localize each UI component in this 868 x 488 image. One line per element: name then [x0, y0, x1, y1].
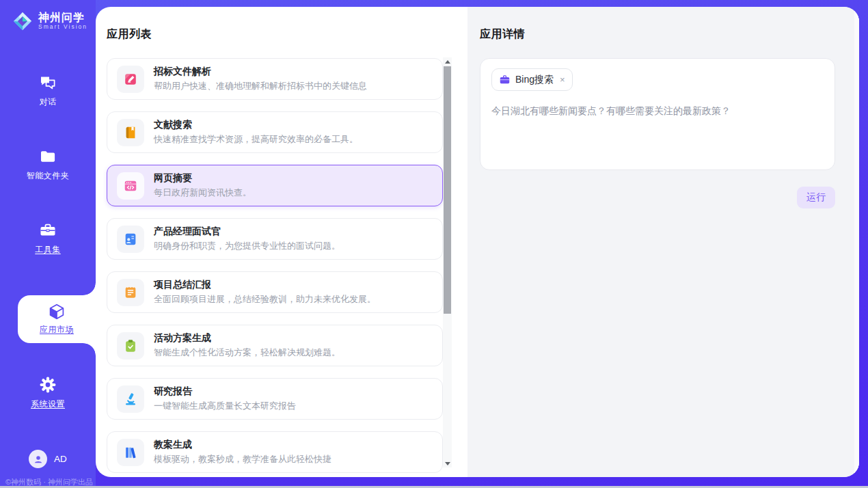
app-description: 帮助用户快速、准确地理解和解析招标书中的关键信息	[154, 80, 367, 92]
sidebar-item[interactable]: 对话	[0, 74, 96, 108]
app-title: 招标文件解析	[154, 66, 367, 78]
list-scrollbar[interactable]	[443, 57, 452, 467]
sidebar-item-label: 智能文件夹	[27, 170, 70, 182]
diamond-logo-icon	[12, 11, 33, 31]
app-title: 文献搜索	[154, 119, 358, 131]
app-description: 模板驱动，教案秒成，教学准备从此轻松快捷	[154, 453, 331, 465]
sidebar-item[interactable]: 智能文件夹	[0, 148, 96, 182]
app-list-item[interactable]: 产品经理面试官 明确身份和职责，为您提供专业性的面试问题。	[107, 218, 443, 260]
brand-text: 神州问学 Smart Vision	[38, 12, 87, 31]
app-list-pane: 应用列表 招标文件解析 帮助用户快速、准确地理解和解析招标书中的关键信息 文献搜…	[96, 7, 467, 477]
toolbox-icon	[39, 221, 57, 239]
app-item-texts: 文献搜索 快速精准查找学术资源，提高研究效率的必备工具。	[154, 119, 358, 146]
edit-document-icon	[117, 66, 144, 93]
cube-icon	[48, 303, 66, 321]
prompt-text[interactable]: 今日湖北有哪些新闻要点？有哪些需要关注的最新政策？	[491, 105, 824, 118]
person-icon	[29, 450, 47, 468]
sidebar-item[interactable]: 应用市场	[18, 295, 96, 343]
composer-toolbar	[491, 149, 824, 161]
scroll-down-arrow[interactable]	[443, 459, 452, 467]
microscope-icon	[117, 385, 144, 413]
clipboard-check-icon	[117, 332, 144, 360]
run-row: 运行	[480, 187, 835, 208]
brand: 神州问学 Smart Vision	[0, 0, 96, 31]
app-detail-pane: 应用详情 Bing搜索 × 今日湖北有哪些新闻要点？有哪些需要关注的最新政策？ …	[467, 7, 859, 477]
app-list-item[interactable]: 文献搜索 快速精准查找学术资源，提高研究效率的必备工具。	[107, 111, 443, 153]
app-list-item[interactable]: 项目总结汇报 全面回顾项目进展，总结经验教训，助力未来优化发展。	[107, 271, 443, 313]
brand-name: 神州问学	[38, 12, 87, 24]
tool-chip-label: Bing搜索	[515, 74, 554, 86]
app-detail-title: 应用详情	[480, 27, 835, 42]
app-title: 项目总结汇报	[154, 279, 376, 291]
app-list-title: 应用列表	[107, 27, 467, 42]
sidebar-item-label: 对话	[40, 96, 57, 108]
app-list: 招标文件解析 帮助用户快速、准确地理解和解析招标书中的关键信息 文献搜索 快速精…	[107, 58, 443, 473]
app-item-texts: 产品经理面试官 明确身份和职责，为您提供专业性的面试问题。	[154, 226, 340, 252]
app-list-item[interactable]: 活动方案生成 智能生成个性化活动方案，轻松解决规划难题。	[107, 325, 443, 366]
folder-icon	[39, 148, 57, 165]
interviewer-icon	[117, 226, 144, 253]
user-profile[interactable]: AD	[0, 450, 96, 468]
run-button[interactable]: 运行	[797, 187, 835, 208]
sidebar-nav: 对话 智能文件夹 工具集 应用市场 系统设置	[0, 74, 96, 450]
app-item-texts: 项目总结汇报 全面回顾项目进展，总结经验教训，助力未来优化发展。	[154, 279, 376, 306]
user-name: AD	[54, 454, 67, 464]
sidebar-item[interactable]: 系统设置	[0, 376, 96, 410]
gear-icon	[39, 376, 57, 394]
sidebar-item[interactable]: 工具集	[0, 221, 96, 256]
app-item-texts: 网页摘要 每日政府新闻资讯快查。	[154, 172, 252, 199]
app-description: 快速精准查找学术资源，提高研究效率的必备工具。	[154, 133, 358, 146]
prompt-card: Bing搜索 × 今日湖北有哪些新闻要点？有哪些需要关注的最新政策？	[480, 58, 835, 170]
app-title: 活动方案生成	[154, 332, 340, 344]
app-title: 产品经理面试官	[154, 226, 340, 238]
note-icon	[117, 279, 144, 306]
app-title: 网页摘要	[154, 172, 252, 185]
webpage-code-icon	[117, 172, 144, 200]
app-list-item[interactable]: 网页摘要 每日政府新闻资讯快查。	[107, 165, 443, 206]
chat-icon	[39, 74, 57, 92]
app-item-texts: 招标文件解析 帮助用户快速、准确地理解和解析招标书中的关键信息	[154, 66, 367, 92]
book-icon	[117, 119, 144, 146]
sidebar: 神州问学 Smart Vision 对话 智能文件夹 工具集 应用市场 系统设置…	[0, 0, 96, 488]
app-title: 教案生成	[154, 439, 331, 451]
app-title: 研究报告	[154, 385, 296, 398]
app-list-item[interactable]: 招标文件解析 帮助用户快速、准确地理解和解析招标书中的关键信息	[107, 58, 443, 100]
sidebar-item-label: 应用市场	[40, 324, 74, 336]
app-description: 一键智能生成高质量长文本研究报告	[154, 400, 296, 412]
app-list-item[interactable]: 教案生成 模板驱动，教案秒成，教学准备从此轻松快捷	[107, 431, 443, 473]
app-item-texts: 教案生成 模板驱动，教案秒成，教学准备从此轻松快捷	[154, 439, 331, 465]
copyright: ©神州数码 · 神州问学出品	[0, 468, 96, 488]
tool-chip[interactable]: Bing搜索 ×	[491, 68, 573, 91]
brand-subtitle: Smart Vision	[38, 24, 87, 31]
app-description: 智能生成个性化活动方案，轻松解决规划难题。	[154, 347, 340, 359]
books-icon	[117, 439, 144, 466]
app-list-item[interactable]: 研究报告 一键智能生成高质量长文本研究报告	[107, 378, 443, 420]
app-description: 全面回顾项目进展，总结经验教训，助力未来优化发展。	[154, 293, 376, 306]
app-description: 每日政府新闻资讯快查。	[154, 187, 252, 199]
briefcase-icon	[499, 74, 511, 85]
scroll-up-arrow[interactable]	[443, 57, 452, 66]
app-item-texts: 活动方案生成 智能生成个性化活动方案，轻松解决规划难题。	[154, 332, 340, 359]
app-item-texts: 研究报告 一键智能生成高质量长文本研究报告	[154, 385, 296, 412]
scrollbar-thumb[interactable]	[444, 66, 451, 314]
sidebar-item-label: 系统设置	[31, 398, 65, 410]
sidebar-item-label: 工具集	[35, 244, 61, 256]
app-description: 明确身份和职责，为您提供专业性的面试问题。	[154, 240, 340, 252]
chip-close-icon[interactable]: ×	[560, 74, 565, 85]
main-content: 应用列表 招标文件解析 帮助用户快速、准确地理解和解析招标书中的关键信息 文献搜…	[96, 7, 859, 477]
